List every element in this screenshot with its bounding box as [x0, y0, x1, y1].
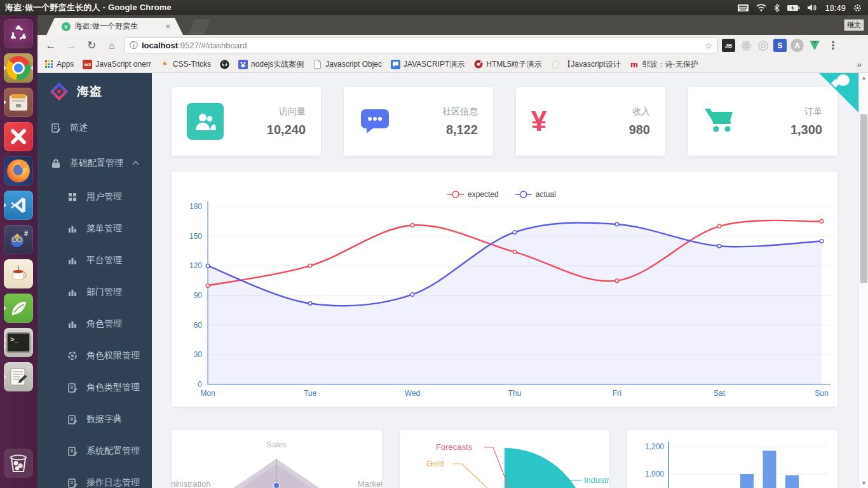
- pie-chart[interactable]: ForecastsGoldIndustries: [400, 430, 610, 488]
- grid-icon: [67, 192, 78, 202]
- tab-close-icon[interactable]: ×: [165, 22, 170, 31]
- launcher-vscode[interactable]: [4, 191, 33, 220]
- bookmark-star-icon[interactable]: ☆: [704, 41, 712, 51]
- sidebar-item-data-dict[interactable]: 数据字典: [37, 403, 152, 435]
- stat-card-orders: 订单1,300: [688, 87, 837, 156]
- info-icon[interactable]: ⓘ: [130, 40, 138, 51]
- stat-value: 1,300: [790, 123, 822, 137]
- line-chart[interactable]: 0306090120150180MonTueWedThuFriSatSunexp…: [172, 172, 837, 407]
- bookmark-js-onerror[interactable]: w3 JavaScript onerr: [83, 60, 151, 69]
- url-bar[interactable]: ⓘ localhost:9527/#/dashboard ☆: [124, 37, 718, 53]
- battery-icon[interactable]: [787, 4, 800, 11]
- browser-toolbar: ← → ↻ ⌂ ⓘ localhost:9527/#/dashboard ☆ J…: [37, 35, 868, 56]
- launcher-spring[interactable]: [4, 294, 33, 323]
- gear-icon[interactable]: [853, 4, 862, 12]
- sidebar-item-menu-mgmt[interactable]: 菜单管理: [37, 213, 152, 245]
- launcher-java-coffee[interactable]: [4, 259, 33, 288]
- launcher-file-manager[interactable]: [4, 88, 33, 117]
- document-icon: [67, 446, 78, 456]
- launcher-terminal[interactable]: >_: [4, 328, 33, 357]
- bar-chart[interactable]: 1,2001,000: [627, 430, 837, 488]
- ext-sails[interactable]: S: [773, 39, 787, 52]
- bluetooth-icon[interactable]: [774, 4, 780, 12]
- leaf-icon: [9, 299, 28, 318]
- app-logo[interactable]: 海盗: [37, 73, 152, 110]
- back-button[interactable]: ←: [43, 39, 59, 52]
- bookmark-zoubo[interactable]: m 邹波：诗·无保护: [630, 59, 698, 70]
- launcher-corebird[interactable]: #: [4, 225, 33, 254]
- launcher-ubuntu[interactable]: [4, 19, 33, 48]
- sidebar-item-op-log[interactable]: 操作日志管理: [37, 467, 152, 488]
- egg-icon: [551, 60, 560, 69]
- bookmark-css-tricks[interactable]: * CSS-Tricks: [160, 60, 211, 69]
- bookmark-js-object[interactable]: Javascript Objec: [313, 60, 382, 69]
- launcher-xmind[interactable]: [4, 122, 33, 151]
- forward-button[interactable]: →: [63, 39, 79, 52]
- keyboard-icon[interactable]: [738, 4, 749, 11]
- svg-text:Fri: Fri: [613, 389, 621, 398]
- sidebar-item-intro[interactable]: 简述: [37, 110, 152, 146]
- page-scrollbar[interactable]: ▲ ▼: [858, 73, 868, 488]
- sidebar-item-platform-mgmt[interactable]: 平台管理: [37, 245, 152, 276]
- system-tray: 18:49: [738, 3, 868, 13]
- sidebar-item-user-mgmt[interactable]: 用户管理: [37, 181, 152, 213]
- tab-dashboard[interactable]: v 海盗:做一个野蛮生 ×: [46, 18, 183, 35]
- radar-chart[interactable]: SalesAdministrationMarketing: [172, 430, 382, 488]
- launcher-gedit[interactable]: [4, 362, 33, 391]
- launcher-trash[interactable]: [4, 449, 33, 478]
- svg-text:Thu: Thu: [508, 389, 522, 398]
- trash-icon: [8, 453, 29, 473]
- bookmark-js-design[interactable]: 【Javascript设计: [551, 59, 621, 70]
- bookmark-github[interactable]: [220, 60, 229, 69]
- wifi-icon[interactable]: [756, 4, 766, 11]
- bookmarks-bar: Apps w3 JavaScript onerr * CSS-Tricks no…: [37, 56, 868, 73]
- svg-text:180: 180: [189, 202, 202, 211]
- ext-target-icon[interactable]: [756, 39, 770, 52]
- sidebar-item-role-perm-mgmt[interactable]: 角色权限管理: [37, 340, 152, 372]
- bookmark-apps[interactable]: Apps: [44, 60, 74, 69]
- ext-react-icon[interactable]: [739, 39, 752, 52]
- svg-text:expected: expected: [468, 190, 499, 199]
- svg-text:150: 150: [189, 232, 202, 241]
- bookmark-js-demo[interactable]: JAVASCRIPT演示: [391, 59, 465, 70]
- volume-icon[interactable]: [808, 4, 817, 11]
- lock-icon: [51, 158, 61, 168]
- ime-indicator[interactable]: 继文: [844, 19, 864, 31]
- sidebar-item-role-mgmt[interactable]: 角色管理: [37, 308, 152, 340]
- bookmarks-overflow-chevron[interactable]: »: [857, 60, 862, 69]
- svg-text:120: 120: [189, 261, 202, 270]
- sidebar-item-role-type-mgmt[interactable]: 角色类型管理: [37, 372, 152, 403]
- reload-button[interactable]: ↻: [83, 39, 100, 52]
- bookmark-html5-particles[interactable]: HTML5粒子演示: [473, 59, 541, 70]
- sidebar-item-base-config[interactable]: 基础配置管理: [37, 146, 152, 181]
- svg-text:Forecasts: Forecasts: [436, 442, 473, 452]
- svg-text:Sat: Sat: [714, 389, 726, 398]
- dashboard-page: 海盗 简述 基础配置管理 用户管理 菜单管理: [37, 73, 868, 488]
- new-tab-button[interactable]: [189, 20, 210, 34]
- text-editor-icon: [8, 367, 29, 387]
- m-icon: m: [630, 60, 639, 69]
- radar-chart-card: SalesAdministrationMarketing: [172, 430, 382, 488]
- home-button[interactable]: ⌂: [104, 40, 120, 51]
- ubuntu-launcher: # >_: [0, 15, 37, 488]
- sidebar-item-dept-mgmt[interactable]: 部门管理: [37, 276, 152, 308]
- ext-jetbrains[interactable]: JB: [722, 39, 735, 52]
- ext-vue-icon[interactable]: [808, 39, 821, 52]
- scrollbar-thumb[interactable]: [860, 114, 867, 283]
- ext-angular[interactable]: A: [790, 39, 804, 52]
- cart-icon: [703, 106, 735, 137]
- bookmark-nodejs[interactable]: nodejs实战案例: [238, 59, 304, 70]
- scrollbar-up-icon[interactable]: ▲: [859, 73, 868, 83]
- stat-label: 收入: [629, 106, 650, 118]
- svg-text:Marketing: Marketing: [358, 479, 382, 488]
- target-icon: [67, 351, 78, 361]
- scrollbar-down-icon[interactable]: ▼: [859, 478, 868, 488]
- launcher-firefox[interactable]: [4, 156, 33, 186]
- system-bar: 海盗:做一个野蛮生长的人 - Google Chrome 18:49: [0, 0, 868, 15]
- clock[interactable]: 18:49: [825, 3, 846, 13]
- chrome-menu-icon[interactable]: ⋮: [825, 39, 841, 52]
- main-content: 访问量10,240 社区信息8,122 ¥ 收入980 订单1,300: [152, 73, 858, 488]
- chart-bar-icon: [67, 224, 78, 234]
- sidebar-item-sys-config[interactable]: 系统配置管理: [37, 435, 152, 467]
- launcher-chrome[interactable]: [4, 53, 33, 83]
